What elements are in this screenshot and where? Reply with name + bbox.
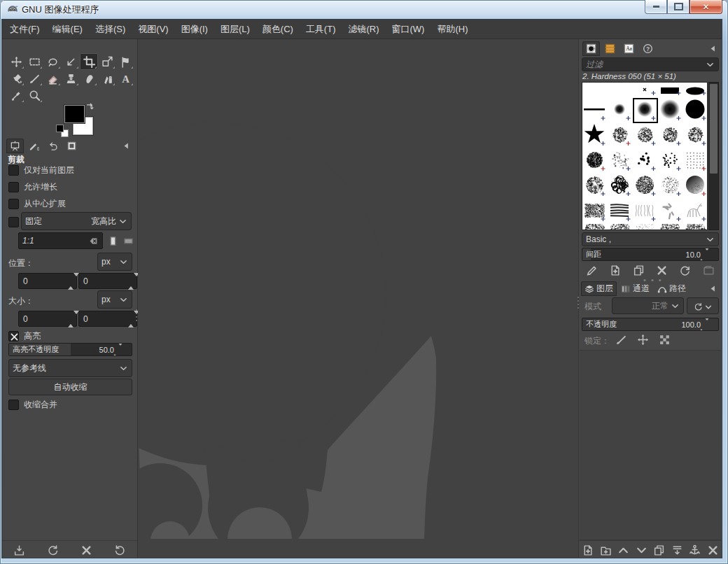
- brush-swatch-blank[interactable]: [582, 82, 608, 98]
- brush-swatch-solid[interactable]: [683, 98, 708, 123]
- brush-swatch-grunge1[interactable]: [582, 148, 608, 174]
- auto-shrink-button[interactable]: 自动收缩: [8, 379, 132, 395]
- brush-swatch-chalk[interactable]: [633, 123, 658, 148]
- brush-swatch-soft-l[interactable]: [658, 98, 683, 123]
- menu-item-10[interactable]: 窗口(W): [386, 20, 431, 38]
- brush-swatch-cellz[interactable]: [608, 174, 633, 199]
- brush-swatch-shaded[interactable]: [683, 174, 708, 199]
- tab-layers[interactable]: 图层: [581, 281, 617, 296]
- save-preset-button[interactable]: [13, 544, 25, 556]
- tab-patterns[interactable]: [601, 41, 619, 56]
- spinner-arrows[interactable]: [112, 346, 118, 354]
- foreground-color-swatch[interactable]: [64, 105, 85, 123]
- checkbox-shrink-merged[interactable]: 收缩合并: [8, 399, 57, 411]
- brush-swatch-darktop[interactable]: [658, 224, 683, 230]
- brush-swatch-star[interactable]: [582, 123, 608, 148]
- brush-swatch-ellipse[interactable]: [683, 82, 708, 98]
- brush-swatch-blank[interactable]: [608, 82, 633, 98]
- brush-scrollbar[interactable]: [708, 82, 719, 230]
- crop-tool-button[interactable]: [80, 53, 98, 70]
- position-x-field[interactable]: 0: [18, 273, 77, 289]
- duplicate-button[interactable]: [633, 265, 645, 276]
- brush-swatch-soft-s[interactable]: [608, 98, 633, 123]
- tab-channels[interactable]: 通道: [617, 281, 653, 296]
- rect-select-tool-button[interactable]: [25, 53, 43, 70]
- panel-resize-grip[interactable]: [135, 309, 137, 321]
- swap-colors-icon[interactable]: [85, 102, 95, 112]
- menu-item-9[interactable]: 滤镜(R): [342, 20, 385, 38]
- mode-combo[interactable]: 正常: [612, 297, 684, 314]
- new-doc-button[interactable]: [609, 265, 621, 276]
- spinner-arrows[interactable]: [128, 276, 134, 286]
- brush-swatch-bar[interactable]: [658, 82, 683, 98]
- flip-tool-button[interactable]: [116, 53, 134, 70]
- brush-swatch-dots1[interactable]: [633, 148, 658, 174]
- landscape-button[interactable]: [121, 233, 136, 248]
- brush-swatch-hatch[interactable]: [608, 199, 633, 224]
- reset2-button[interactable]: [114, 544, 126, 556]
- mode-switch-button[interactable]: [687, 297, 719, 314]
- brush-swatch-lighttop[interactable]: [633, 224, 658, 230]
- checkbox-box[interactable]: [8, 182, 19, 192]
- spinner-arrows[interactable]: [68, 276, 74, 286]
- paintbrush-tool-button[interactable]: [25, 70, 43, 87]
- clear-entry-icon[interactable]: [88, 237, 99, 246]
- spacing-slider[interactable]: 间距 10.0: [582, 248, 719, 261]
- brush-swatch-dots3[interactable]: [683, 148, 708, 174]
- tab-device-status[interactable]: 6: [25, 139, 43, 153]
- move-tool-button[interactable]: [7, 53, 25, 70]
- brush-swatch-animal[interactable]: [683, 199, 708, 224]
- bucket-fill-tool-button[interactable]: [7, 70, 25, 87]
- clone-tool-button[interactable]: [62, 70, 80, 87]
- brush-swatch-soft-m[interactable]: [633, 98, 658, 123]
- layers-list[interactable]: [580, 350, 721, 540]
- close-button[interactable]: ✕: [690, 0, 722, 14]
- brush-swatch-darktop[interactable]: [582, 224, 608, 230]
- checkbox-box[interactable]: [8, 165, 19, 176]
- brush-tag-combo[interactable]: Basic ,: [582, 232, 719, 246]
- checkbox-box[interactable]: [8, 199, 19, 209]
- brush-swatch-line[interactable]: [582, 98, 608, 123]
- menu-item-11[interactable]: 帮助(H): [430, 20, 474, 38]
- brush-swatch-dots2[interactable]: [658, 148, 683, 174]
- transform-tool-button[interactable]: [98, 53, 116, 70]
- measure-tool-button[interactable]: [62, 53, 80, 70]
- brush-swatch-grunge2[interactable]: [633, 174, 658, 199]
- spinner-arrows[interactable]: [699, 251, 705, 259]
- text-tool-button[interactable]: A: [116, 70, 134, 87]
- menu-item-2[interactable]: 编辑(E): [46, 20, 89, 38]
- menu-item-4[interactable]: 视图(V): [132, 20, 174, 38]
- delete-x-button[interactable]: [656, 265, 668, 276]
- size-unit-combo[interactable]: px: [97, 290, 132, 309]
- menu-item-5[interactable]: 图像(I): [175, 20, 214, 38]
- tab-undo-history[interactable]: [44, 139, 62, 153]
- tab-brushes[interactable]: [582, 41, 600, 56]
- fixed-aspect-combo[interactable]: 固定 宽高比: [21, 212, 132, 230]
- checkbox-current-layer-only[interactable]: 仅对当前图层: [8, 164, 74, 176]
- move-button[interactable]: [637, 334, 649, 346]
- new-doc-button[interactable]: [582, 544, 594, 556]
- spinner-arrows[interactable]: [699, 320, 705, 329]
- menu-item-8[interactable]: 工具(T): [300, 20, 342, 38]
- brush-swatch-sponge[interactable]: [582, 174, 608, 199]
- brush-filter-combo[interactable]: 过滤: [582, 57, 719, 71]
- ink-tool-button[interactable]: [98, 70, 116, 87]
- brush-swatch-tiny-x[interactable]: [633, 82, 658, 98]
- checkbox-allow-growing[interactable]: 允许增长: [8, 181, 57, 193]
- highlight-opacity-slider[interactable]: 高亮不透明度 50.0: [8, 343, 132, 356]
- chevron-up-button[interactable]: [617, 544, 629, 556]
- brush-swatch-darktop[interactable]: [683, 224, 708, 230]
- tab-images[interactable]: [63, 139, 80, 153]
- color-picker-tool-button[interactable]: [7, 87, 25, 104]
- zoom-tool-button[interactable]: [25, 87, 43, 104]
- position-unit-combo[interactable]: px: [97, 253, 132, 271]
- tab-fonts[interactable]: Aa: [620, 41, 638, 56]
- image-workspace[interactable]: [138, 39, 578, 558]
- checkbox-box[interactable]: [8, 400, 19, 410]
- aspect-ratio-input[interactable]: 1:1: [18, 232, 103, 249]
- brush-swatch-chalk[interactable]: [658, 123, 683, 148]
- duplicate-button[interactable]: [653, 544, 665, 556]
- guides-combo[interactable]: 无参考线: [8, 359, 132, 377]
- checkbox-box[interactable]: [8, 331, 19, 341]
- merge-down-button[interactable]: [671, 544, 683, 556]
